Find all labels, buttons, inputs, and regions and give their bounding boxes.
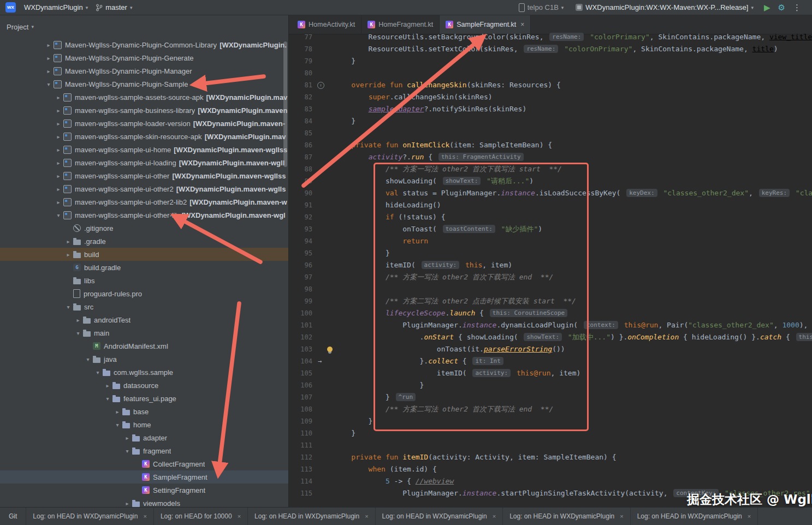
- chevron-right-icon[interactable]: ▸: [122, 435, 132, 441]
- code-line[interactable]: 110 }: [288, 427, 812, 439]
- code-line[interactable]: 102 .onStart { showLoading( showText: "加…: [288, 331, 812, 343]
- code-line[interactable]: 80: [288, 67, 812, 79]
- code-line[interactable]: 88 /** 方案一写法 other2 首次下载写法 start **/: [288, 163, 812, 175]
- code-line[interactable]: 104→ }.collect { it: Int: [288, 355, 812, 367]
- chevron-down-icon[interactable]: ▾: [83, 356, 93, 362]
- line-number[interactable]: 98: [288, 283, 316, 295]
- run-config-selector[interactable]: WXDynamicPlugin:WX:WX-Maven:WX-P...Relea…: [572, 1, 757, 14]
- code-line[interactable]: 86 private fun onItemClick(item: SampleI…: [288, 139, 812, 151]
- status-log-tab[interactable]: Log: on HEAD in WXDynamicPlugin×: [26, 508, 154, 525]
- code-line[interactable]: 113 when (item.id) {: [288, 463, 812, 475]
- tree-item-maven-wgllss-sample-skin-resource-apk[interactable]: ▸maven-wgllss-sample-skin-resource-apk[W…: [0, 130, 288, 143]
- code-line[interactable]: 91 hideLoading(): [288, 199, 812, 211]
- tree-item-home[interactable]: ▾home: [0, 418, 288, 431]
- line-number[interactable]: 94: [288, 235, 316, 247]
- tree-item-maven-wgllss-sample-ui-other2-lib2[interactable]: ▸maven-wgllss-sample-ui-other2-lib2[WXDy…: [0, 195, 288, 208]
- line-number[interactable]: 110: [288, 427, 316, 439]
- more-actions-icon[interactable]: ⋮: [791, 3, 803, 13]
- chevron-down-icon[interactable]: ▾: [54, 212, 63, 218]
- code-line[interactable]: 95 }: [288, 247, 812, 259]
- line-number[interactable]: 93: [288, 223, 316, 235]
- line-number[interactable]: 107: [288, 391, 316, 403]
- chevron-down-icon[interactable]: ▾: [63, 304, 73, 310]
- settings-icon[interactable]: ⚙: [777, 3, 786, 11]
- vcs-branch-selector[interactable]: master ▾: [92, 1, 136, 14]
- chevron-right-icon[interactable]: ▸: [54, 94, 63, 100]
- line-number[interactable]: 85: [288, 127, 316, 139]
- code-line[interactable]: 77 ResourceUtils.setBackgroundColor(skin…: [288, 31, 812, 43]
- chevron-right-icon[interactable]: ▸: [44, 42, 54, 48]
- line-number[interactable]: 113: [288, 463, 316, 475]
- code-line[interactable]: 105 itemID( activity: this@run, item): [288, 367, 812, 379]
- tree-item-datasource[interactable]: ▸datasource: [0, 379, 288, 392]
- chevron-down-icon[interactable]: ▾: [103, 396, 112, 402]
- chevron-right-icon[interactable]: ▸: [103, 383, 112, 389]
- chevron-right-icon[interactable]: ▸: [54, 160, 63, 166]
- code-line[interactable]: 92 if (!status) {: [288, 211, 812, 223]
- tree-item-maven-wgllss-dynamic-plugin-generate[interactable]: ▸Maven-Wgllss-Dynamic-Plugin-Generate: [0, 51, 288, 64]
- line-number[interactable]: 100: [288, 307, 316, 319]
- line-number[interactable]: 111: [288, 439, 316, 451]
- tree-item-maven-wgllss-dynamic-plugin-sample[interactable]: ▾Maven-Wgllss-Dynamic-Plugin-Sample: [0, 77, 288, 91]
- code-line[interactable]: 107 } ^run: [288, 391, 812, 403]
- code-line[interactable]: 82 super.callChangeSkin(skinRes): [288, 91, 812, 103]
- tree-item-maven-wgllss-sample-ui-other[interactable]: ▸maven-wgllss-sample-ui-other[WXDynamicP…: [0, 169, 288, 182]
- tree-item-maven-wgllss-sample-ui-other2[interactable]: ▸maven-wgllss-sample-ui-other2[WXDynamic…: [0, 182, 288, 195]
- close-icon[interactable]: ×: [365, 513, 368, 520]
- code-line[interactable]: 78 ResourceUtils.setTextColor(skinRes, r…: [288, 43, 812, 55]
- tree-item-maven-wgllss-sample-ui-home[interactable]: ▸maven-wgllss-sample-ui-home[WXDynamicPl…: [0, 143, 288, 156]
- line-number[interactable]: 108: [288, 403, 316, 415]
- line-number[interactable]: 102: [288, 331, 316, 343]
- line-number[interactable]: 92: [288, 211, 316, 223]
- tree-item--gradle[interactable]: ▸.gradle: [0, 235, 288, 248]
- status-log-tab[interactable]: Log: on HEAD in WXDynamicPlugin×: [376, 508, 503, 525]
- code-line[interactable]: 108 /** 方案二写法 other2 首次下载写法 end **/: [288, 403, 812, 415]
- code-line[interactable]: 112 private fun itemID(activity: Activit…: [288, 451, 812, 463]
- tree-item--gitignore[interactable]: .gitignore: [0, 222, 288, 235]
- chevron-right-icon[interactable]: ▸: [54, 186, 63, 192]
- line-number[interactable]: 91: [288, 199, 316, 211]
- chevron-right-icon[interactable]: ▸: [54, 108, 63, 114]
- line-number[interactable]: 109: [288, 415, 316, 427]
- tree-item-settingfragment[interactable]: KSettingFragment: [0, 484, 288, 497]
- line-number[interactable]: 95: [288, 247, 316, 259]
- tree-item-libs[interactable]: libs: [0, 274, 288, 287]
- chevron-down-icon[interactable]: ▾: [122, 448, 132, 454]
- chevron-down-icon[interactable]: ▾: [44, 81, 54, 87]
- code-line[interactable]: 97 /** 方案一写法 other2 首次下载写法 end **/: [288, 271, 812, 283]
- line-number[interactable]: 112: [288, 451, 316, 463]
- line-number[interactable]: 97: [288, 271, 316, 283]
- tree-item-src[interactable]: ▾src: [0, 300, 288, 313]
- line-number[interactable]: 78: [288, 43, 316, 55]
- chevron-right-icon[interactable]: ▸: [54, 199, 63, 205]
- tree-item-com-wgllss-sample[interactable]: ▾com.wgllss.sample: [0, 366, 288, 379]
- tree-item-maven-wgllss-dynamic-plugin-common-library[interactable]: ▸Maven-Wgllss-Dynamic-Plugin-Common-Libr…: [0, 38, 288, 51]
- tree-item-samplefragment[interactable]: KSampleFragment: [0, 470, 288, 484]
- line-number[interactable]: 106: [288, 379, 316, 391]
- code-line[interactable]: 99 /** 方案二写法 other2 点击时候下载安装 start **/: [288, 295, 812, 307]
- line-number[interactable]: 86: [288, 139, 316, 151]
- line-number[interactable]: 115: [288, 487, 316, 499]
- close-icon[interactable]: ×: [238, 513, 241, 520]
- line-number[interactable]: 90: [288, 187, 316, 199]
- tree-item-maven-wgllss-dynamic-plugin-manager[interactable]: ▸Maven-Wgllss-Dynamic-Plugin-Manager: [0, 64, 288, 77]
- line-number[interactable]: 77: [288, 31, 316, 43]
- code-line[interactable]: 101 PluginManager.instance.dynamicLoadPl…: [288, 319, 812, 331]
- tree-item-maven-wgllss-sample-loader-version[interactable]: ▸maven-wgllss-sample-loader-version[WXDy…: [0, 117, 288, 130]
- chevron-right-icon[interactable]: ▸: [54, 134, 63, 140]
- line-number[interactable]: 101: [288, 319, 316, 331]
- line-number[interactable]: 99: [288, 295, 316, 307]
- chevron-right-icon[interactable]: ▸: [63, 238, 73, 244]
- line-number[interactable]: 104: [288, 355, 316, 367]
- code-line[interactable]: 90 val status = PluginManager.instance.i…: [288, 187, 812, 199]
- tree-item-base[interactable]: ▸base: [0, 405, 288, 418]
- code-line[interactable]: 109 }: [288, 415, 812, 427]
- line-number[interactable]: 87: [288, 151, 316, 163]
- chevron-down-icon[interactable]: ▾: [93, 369, 103, 375]
- scrollbar-thumb[interactable]: [283, 41, 287, 167]
- code-line[interactable]: 89 showLoading( showText: "请稍后..."): [288, 175, 812, 187]
- tree-item-java[interactable]: ▾java: [0, 353, 288, 366]
- code-line[interactable]: 83 sampleAdapter?.notifySkinRes(skinRes): [288, 103, 812, 115]
- code-line[interactable]: 81↑ override fun callChangeSkin(skinRes:…: [288, 79, 812, 91]
- tree-item-androidtest[interactable]: ▸androidTest: [0, 313, 288, 326]
